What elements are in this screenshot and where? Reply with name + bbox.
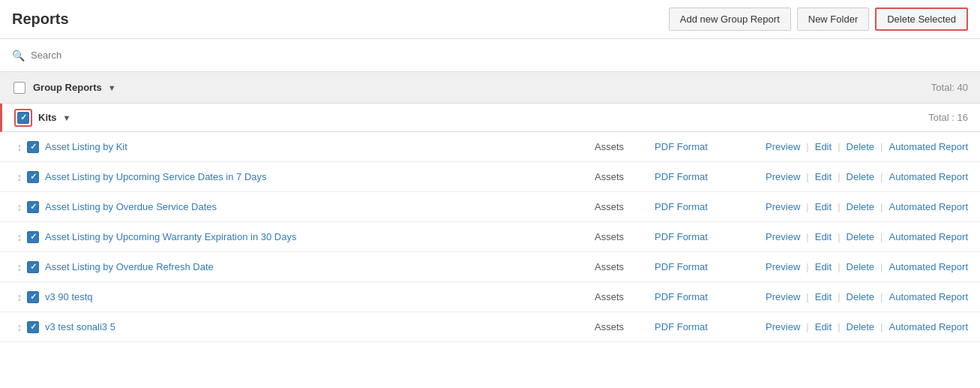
search-icon: 🔍 (12, 50, 25, 62)
drag-handle-icon[interactable]: ↕ (12, 231, 27, 243)
preview-link[interactable]: Preview (760, 261, 806, 272)
group-checkbox[interactable] (13, 82, 25, 94)
drag-handle-icon[interactable]: ↕ (12, 321, 27, 333)
report-category: Assets (595, 201, 655, 212)
row-checkbox-wrapper[interactable] (27, 231, 45, 243)
reports-list: ↕ Asset Listing by Kit Assets PDF Format… (0, 132, 980, 388)
kits-header: Kits ▼ Total : 16 (0, 104, 980, 132)
row-checkbox-wrapper[interactable] (27, 261, 45, 273)
row-checkbox[interactable] (27, 141, 39, 153)
automated-report-link[interactable]: Automated Report (883, 261, 968, 272)
kits-label: Kits (38, 112, 57, 123)
automated-report-link[interactable]: Automated Report (883, 291, 968, 302)
table-row: ↕ Asset Listing by Upcoming Service Date… (0, 162, 980, 192)
row-checkbox[interactable] (27, 201, 39, 213)
report-format-text: PDF Format (655, 291, 708, 302)
edit-link[interactable]: Edit (809, 261, 838, 272)
table-row: ↕ v3 test sonali3 5 Assets PDF Format Pr… (0, 312, 980, 342)
report-name-link[interactable]: Asset Listing by Overdue Refresh Date (45, 261, 214, 272)
report-actions: Preview | Edit | Delete | Automated Repo… (760, 201, 968, 212)
delete-selected-button[interactable]: Delete Selected (875, 8, 968, 31)
preview-link[interactable]: Preview (760, 231, 806, 242)
report-category: Assets (595, 291, 655, 302)
kits-checkbox[interactable] (17, 112, 29, 124)
group-chevron-icon[interactable]: ▼ (108, 83, 116, 92)
automated-report-link[interactable]: Automated Report (883, 321, 968, 332)
row-checkbox-wrapper[interactable] (27, 321, 45, 333)
row-checkbox-wrapper[interactable] (27, 291, 45, 303)
report-name: v3 test sonali3 5 (45, 321, 595, 332)
new-folder-button[interactable]: New Folder (797, 8, 869, 31)
delete-link[interactable]: Delete (841, 261, 881, 272)
delete-link[interactable]: Delete (841, 231, 881, 242)
drag-handle-icon[interactable]: ↕ (12, 171, 27, 183)
row-checkbox-wrapper[interactable] (27, 201, 45, 213)
row-checkbox[interactable] (27, 261, 39, 273)
drag-handle-icon[interactable]: ↕ (12, 291, 27, 303)
report-category: Assets (595, 141, 655, 152)
report-format: PDF Format (655, 261, 760, 272)
preview-link[interactable]: Preview (760, 321, 806, 332)
edit-link[interactable]: Edit (809, 231, 838, 242)
preview-link[interactable]: Preview (760, 171, 806, 182)
group-checkbox-wrapper[interactable] (12, 80, 27, 95)
delete-link[interactable]: Delete (841, 171, 881, 182)
table-row: ↕ Asset Listing by Upcoming Warranty Exp… (0, 222, 980, 252)
kits-header-left: Kits ▼ (14, 109, 70, 127)
row-checkbox[interactable] (27, 171, 39, 183)
report-category: Assets (595, 171, 655, 182)
preview-link[interactable]: Preview (760, 201, 806, 212)
report-name-link[interactable]: Asset Listing by Upcoming Warranty Expir… (45, 231, 297, 242)
report-actions: Preview | Edit | Delete | Automated Repo… (760, 171, 968, 182)
report-format: PDF Format (655, 201, 760, 212)
delete-link[interactable]: Delete (841, 141, 881, 152)
delete-link[interactable]: Delete (841, 321, 881, 332)
header-buttons: Add new Group Report New Folder Delete S… (669, 8, 968, 31)
row-checkbox[interactable] (27, 321, 39, 333)
delete-link[interactable]: Delete (841, 291, 881, 302)
report-name: Asset Listing by Overdue Service Dates (45, 201, 595, 212)
row-checkbox[interactable] (27, 291, 39, 303)
edit-link[interactable]: Edit (809, 171, 838, 182)
report-actions: Preview | Edit | Delete | Automated Repo… (760, 291, 968, 302)
kits-chevron-icon[interactable]: ▼ (63, 113, 71, 122)
report-format: PDF Format (655, 171, 760, 182)
group-header-left: Group Reports ▼ (12, 80, 116, 95)
delete-link[interactable]: Delete (841, 201, 881, 212)
edit-link[interactable]: Edit (809, 291, 838, 302)
report-name-link[interactable]: v3 test sonali3 5 (45, 321, 115, 332)
preview-link[interactable]: Preview (760, 141, 806, 152)
search-bar: 🔍 (0, 39, 980, 72)
row-checkbox-wrapper[interactable] (27, 141, 45, 153)
automated-report-link[interactable]: Automated Report (883, 171, 968, 182)
report-actions: Preview | Edit | Delete | Automated Repo… (760, 141, 968, 152)
table-row: ↕ Asset Listing by Overdue Service Dates… (0, 192, 980, 222)
report-name-link[interactable]: Asset Listing by Overdue Service Dates (45, 201, 217, 212)
report-format-text: PDF Format (655, 261, 708, 272)
search-input[interactable] (31, 50, 256, 61)
add-group-report-button[interactable]: Add new Group Report (669, 8, 791, 31)
report-name-link[interactable]: Asset Listing by Upcoming Service Dates … (45, 171, 267, 182)
preview-link[interactable]: Preview (760, 291, 806, 302)
kits-total: Total : 16 (928, 112, 968, 123)
row-checkbox-wrapper[interactable] (27, 171, 45, 183)
report-name-link[interactable]: v3 90 testq (45, 291, 93, 302)
report-category: Assets (595, 321, 655, 332)
edit-link[interactable]: Edit (809, 321, 838, 332)
report-name: v3 90 testq (45, 291, 595, 302)
edit-link[interactable]: Edit (809, 201, 838, 212)
automated-report-link[interactable]: Automated Report (883, 201, 968, 212)
report-name-link[interactable]: Asset Listing by Kit (45, 141, 127, 152)
report-format-text: PDF Format (655, 171, 708, 182)
row-checkbox[interactable] (27, 231, 39, 243)
automated-report-link[interactable]: Automated Report (883, 231, 968, 242)
drag-handle-icon[interactable]: ↕ (12, 261, 27, 273)
automated-report-link[interactable]: Automated Report (883, 141, 968, 152)
drag-handle-icon[interactable]: ↕ (12, 141, 27, 153)
report-category: Assets (595, 261, 655, 272)
report-actions: Preview | Edit | Delete | Automated Repo… (760, 321, 968, 332)
drag-handle-icon[interactable]: ↕ (12, 201, 27, 213)
page-header: Reports Add new Group Report New Folder … (0, 0, 980, 39)
report-name: Asset Listing by Overdue Refresh Date (45, 261, 595, 272)
edit-link[interactable]: Edit (809, 141, 838, 152)
